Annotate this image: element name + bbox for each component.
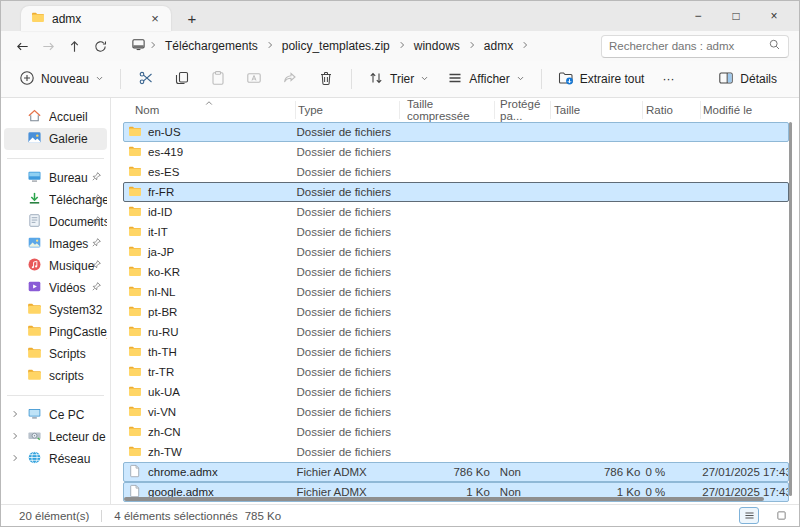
details-pane-button[interactable]: Détails xyxy=(710,64,785,95)
navigation-bar: Téléchargementspolicy_templates.zipwindo… xyxy=(1,31,799,61)
close-button[interactable]: × xyxy=(755,9,793,23)
column-header-protected[interactable]: Protégé pa... xyxy=(495,101,551,119)
extract-all-button[interactable]: Extraire tout xyxy=(550,64,653,95)
desktop-icon xyxy=(27,169,42,187)
breadcrumb-item[interactable]: admx xyxy=(479,37,518,55)
sidebar-item-lecteur-de-dvd[interactable]: Lecteur de DVD xyxy=(4,426,107,448)
cell-type: Dossier de fichiers xyxy=(296,126,400,138)
pin-icon xyxy=(91,281,102,295)
cell-type: Dossier de fichiers xyxy=(296,426,400,438)
table-row[interactable]: en-USDossier de fichiers xyxy=(123,122,789,142)
sidebar-item-pingcastle-3-3-0[interactable]: PingCastle_3.3.0 xyxy=(4,321,107,343)
table-row[interactable]: tr-TRDossier de fichiers xyxy=(123,362,789,382)
column-label: Taille compressée xyxy=(407,98,494,122)
table-row[interactable]: nl-NLDossier de fichiers xyxy=(123,282,789,302)
monitor-icon xyxy=(131,37,146,55)
column-header-compressed[interactable]: Taille compressée xyxy=(400,101,495,119)
forward-button[interactable] xyxy=(35,34,61,58)
sidebar-item-accueil[interactable]: Accueil xyxy=(4,106,107,128)
sidebar-item-images[interactable]: Images xyxy=(4,233,107,255)
vertical-scrollbar[interactable] xyxy=(789,122,792,496)
status-bar: 20 élément(s) 4 éléments sélectionnés 78… xyxy=(1,504,799,526)
more-icon: ··· xyxy=(662,72,674,86)
icons-view-toggle[interactable] xyxy=(771,507,791,524)
table-row[interactable]: ru-RUDossier de fichiers xyxy=(123,322,789,342)
file-icon xyxy=(128,464,142,480)
sidebar-item-label: System32 xyxy=(49,303,107,317)
breadcrumb-item[interactable]: windows xyxy=(409,37,465,55)
folder-icon xyxy=(128,384,142,400)
close-tab-icon[interactable]: × xyxy=(147,11,163,26)
table-row[interactable]: id-IDDossier de fichiers xyxy=(123,202,789,222)
new-button[interactable]: Nouveau xyxy=(11,64,112,95)
view-button[interactable]: Afficher xyxy=(439,64,532,95)
rename-button[interactable] xyxy=(237,64,271,95)
table-row[interactable]: fr-FRDossier de fichiers xyxy=(123,182,789,202)
table-row[interactable]: pt-BRDossier de fichiers xyxy=(123,302,789,322)
paste-button[interactable] xyxy=(201,64,235,95)
share-button[interactable] xyxy=(273,64,307,95)
column-header-name[interactable]: Nom xyxy=(123,101,296,119)
sidebar-item-bureau[interactable]: Bureau xyxy=(4,167,107,189)
breadcrumb-item[interactable]: Téléchargements xyxy=(160,37,263,55)
table-row[interactable]: uk-UADossier de fichiers xyxy=(123,382,789,402)
details-view-toggle[interactable] xyxy=(739,507,759,524)
delete-button[interactable] xyxy=(309,64,343,95)
sidebar-item-galerie[interactable]: Galerie xyxy=(4,128,107,150)
maximize-button[interactable]: □ xyxy=(717,9,755,23)
navigation-pane: AccueilGalerieBureauTéléchargemDocuments… xyxy=(1,98,111,504)
table-row[interactable]: ko-KRDossier de fichiers xyxy=(123,262,789,282)
horizontal-scrollbar[interactable] xyxy=(124,497,764,501)
file-explorer-window: admx × + − □ × Téléchargementspolicy_tem… xyxy=(0,0,800,527)
column-header-type[interactable]: Type xyxy=(296,101,400,119)
table-row[interactable]: es-ESDossier de fichiers xyxy=(123,162,789,182)
column-label: Modifié le xyxy=(703,104,752,116)
sidebar-item-scripts[interactable]: scripts xyxy=(4,365,107,387)
sidebar-item-ce-pc[interactable]: Ce PC xyxy=(4,404,107,426)
tab-admx[interactable]: admx × xyxy=(21,6,171,31)
more-options-button[interactable]: ··· xyxy=(654,66,682,92)
sidebar-item-documents[interactable]: Documents xyxy=(4,211,107,233)
cell-type: Dossier de fichiers xyxy=(296,286,400,298)
sidebar-item-system32[interactable]: System32 xyxy=(4,299,107,321)
table-row[interactable]: vi-VNDossier de fichiers xyxy=(123,402,789,422)
file-name: es-ES xyxy=(148,166,179,178)
table-row[interactable]: zh-CNDossier de fichiers xyxy=(123,422,789,442)
sidebar-item-r-seau[interactable]: Réseau xyxy=(4,448,107,470)
cell-size: 786 Ko xyxy=(551,466,643,478)
column-header-ratio[interactable]: Ratio xyxy=(643,101,701,119)
cell-type: Fichier ADMX xyxy=(296,466,400,478)
table-row[interactable]: th-THDossier de fichiers xyxy=(123,342,789,362)
table-row[interactable]: ja-JPDossier de fichiers xyxy=(123,242,789,262)
table-row[interactable]: chrome.admxFichier ADMX786 KoNon786 Ko0 … xyxy=(123,462,789,482)
selection-count: 4 éléments sélectionnés xyxy=(114,510,237,522)
sort-button[interactable]: Trier xyxy=(360,64,437,95)
sidebar-item-label: Lecteur de DVD xyxy=(49,430,107,444)
search-box[interactable] xyxy=(601,35,789,58)
back-button[interactable] xyxy=(9,34,35,58)
pin-icon xyxy=(91,171,102,185)
search-input[interactable] xyxy=(609,40,762,52)
sidebar-item-scripts[interactable]: Scripts xyxy=(4,343,107,365)
copy-button[interactable] xyxy=(165,64,199,95)
column-header-size[interactable]: Taille xyxy=(551,101,643,119)
minimize-button[interactable]: − xyxy=(679,9,717,23)
sidebar-item-vid-os[interactable]: Vidéos xyxy=(4,277,107,299)
table-row[interactable]: it-ITDossier de fichiers xyxy=(123,222,789,242)
new-tab-button[interactable]: + xyxy=(183,10,201,27)
column-header-modified[interactable]: Modifié le xyxy=(701,101,789,119)
cut-button[interactable] xyxy=(129,64,163,95)
home-icon xyxy=(27,108,42,126)
folder-icon xyxy=(128,344,142,360)
sidebar-item-t-l-chargem[interactable]: Téléchargem xyxy=(4,189,107,211)
up-button[interactable] xyxy=(61,34,87,58)
file-name: chrome.admx xyxy=(148,466,218,478)
sidebar-item-musique[interactable]: Musique xyxy=(4,255,107,277)
table-row[interactable]: zh-TWDossier de fichiers xyxy=(123,442,789,462)
folder-icon xyxy=(31,10,45,27)
table-row[interactable]: es-419Dossier de fichiers xyxy=(123,142,789,162)
folder-icon xyxy=(27,323,42,341)
breadcrumb-item[interactable]: policy_templates.zip xyxy=(277,37,395,55)
refresh-button[interactable] xyxy=(87,34,113,58)
folder-icon xyxy=(128,124,142,140)
